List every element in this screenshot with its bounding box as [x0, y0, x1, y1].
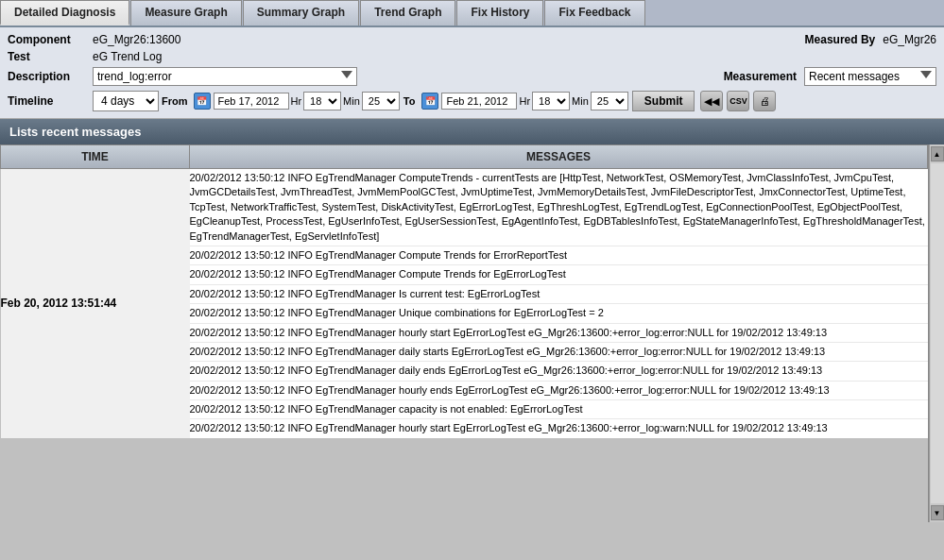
messages-cell: 20/02/2012 13:50:12 INFO EgTrendManager …	[190, 169, 928, 438]
table-body: Feb 20, 2012 13:51:4420/02/2012 13:50:12…	[1, 169, 928, 438]
table-container[interactable]: TIME MESSAGES Feb 20, 2012 13:51:4420/02…	[0, 144, 929, 522]
to-hr-select[interactable]: 18	[532, 92, 570, 110]
timeline-label: Timeline	[8, 94, 93, 108]
scroll-down-arrow[interactable]: ▼	[931, 505, 944, 520]
col-messages-header: MESSAGES	[190, 145, 928, 169]
to-calendar-icon[interactable]: 📅	[421, 93, 438, 110]
tab-fix-history[interactable]: Fix History	[456, 0, 543, 25]
csv-icon[interactable]: CSV	[727, 91, 749, 111]
to-date-input[interactable]	[441, 93, 517, 110]
tab-trend-graph[interactable]: Trend Graph	[360, 0, 455, 25]
to-label: To	[403, 95, 416, 107]
message-line: 20/02/2012 13:50:12 INFO EgTrendManager …	[190, 169, 928, 246]
info-section: Component eG_Mgr26:13600 Measured By eG_…	[0, 27, 944, 119]
message-line: 20/02/2012 13:50:12 INFO EgTrendManager …	[190, 324, 928, 343]
tab-summary-graph[interactable]: Summary Graph	[243, 0, 359, 25]
measurement-label: Measurement	[724, 70, 797, 83]
component-label: Component	[8, 33, 93, 46]
tab-fix-feedback[interactable]: Fix Feedback	[544, 0, 644, 25]
days-select[interactable]: 4 days	[93, 91, 159, 111]
scrollbar[interactable]: ▲ ▼	[929, 144, 944, 522]
tab-measure-graph[interactable]: Measure Graph	[130, 0, 241, 25]
test-row: Test eG Trend Log	[8, 48, 936, 65]
message-line: 20/02/2012 13:50:12 INFO EgTrendManager …	[190, 400, 928, 419]
table-header: TIME MESSAGES	[1, 145, 928, 169]
message-line: 20/02/2012 13:50:12 INFO EgTrendManager …	[190, 265, 928, 284]
scroll-up-arrow[interactable]: ▲	[931, 146, 944, 161]
measurement-select[interactable]: Recent messages	[804, 67, 936, 86]
description-dropdown[interactable]: trend_log:error	[93, 67, 357, 86]
print-icon[interactable]: 🖨	[753, 91, 776, 111]
table-row: Feb 20, 2012 13:51:4420/02/2012 13:50:12…	[1, 169, 928, 438]
from-hr-label: Hr	[291, 95, 302, 107]
from-label: From	[162, 95, 188, 107]
col-time-header: TIME	[1, 145, 190, 169]
data-table: TIME MESSAGES Feb 20, 2012 13:51:4420/02…	[0, 144, 928, 438]
timeline-row: Timeline 4 days From 📅 Hr 18 Min 25 To 📅…	[8, 88, 936, 114]
message-line: 20/02/2012 13:50:12 INFO EgTrendManager …	[190, 343, 928, 362]
component-value: eG_Mgr26:13600	[93, 33, 180, 46]
measurement-section: Measurement Recent messages	[724, 67, 936, 86]
message-line: 20/02/2012 13:50:12 INFO EgTrendManager …	[190, 419, 928, 437]
message-line: 20/02/2012 13:50:12 INFO EgTrendManager …	[190, 285, 928, 304]
message-line: 20/02/2012 13:50:12 INFO EgTrendManager …	[190, 362, 928, 381]
from-hr-select[interactable]: 18	[303, 92, 341, 110]
submit-button[interactable]: Submit	[632, 91, 695, 111]
back-icon[interactable]: ◀◀	[700, 91, 723, 111]
from-calendar-icon[interactable]: 📅	[194, 93, 211, 110]
measured-by-section: Measured By eG_Mgr26	[805, 33, 936, 46]
measured-by-value: eG_Mgr26	[883, 33, 936, 46]
tab-detailed-diagnosis[interactable]: Detailed Diagnosis	[0, 0, 129, 25]
description-row: Description trend_log:error Measurement …	[8, 65, 936, 88]
time-cell: Feb 20, 2012 13:51:44	[1, 169, 190, 438]
message-line: 20/02/2012 13:50:12 INFO EgTrendManager …	[190, 304, 928, 323]
message-line: 20/02/2012 13:50:12 INFO EgTrendManager …	[190, 382, 928, 400]
scroll-track	[931, 163, 944, 503]
page: Detailed Diagnosis Measure Graph Summary…	[0, 0, 944, 560]
to-min-label: Min	[572, 95, 589, 107]
from-date-input[interactable]	[214, 93, 289, 110]
description-label: Description	[8, 70, 93, 83]
test-label: Test	[8, 50, 93, 63]
table-wrapper: TIME MESSAGES Feb 20, 2012 13:51:4420/02…	[0, 144, 944, 522]
from-min-select[interactable]: 25	[362, 92, 400, 110]
tab-bar: Detailed Diagnosis Measure Graph Summary…	[0, 0, 944, 27]
list-header: Lists recent messages	[0, 119, 944, 144]
to-hr-label: Hr	[519, 95, 530, 107]
test-value: eG Trend Log	[93, 50, 162, 63]
message-line: 20/02/2012 13:50:12 INFO EgTrendManager …	[190, 246, 928, 265]
component-row: Component eG_Mgr26:13600 Measured By eG_…	[8, 31, 936, 48]
from-min-label: Min	[343, 95, 360, 107]
to-min-select[interactable]: 25	[591, 92, 628, 110]
measured-by-label: Measured By	[805, 33, 876, 46]
